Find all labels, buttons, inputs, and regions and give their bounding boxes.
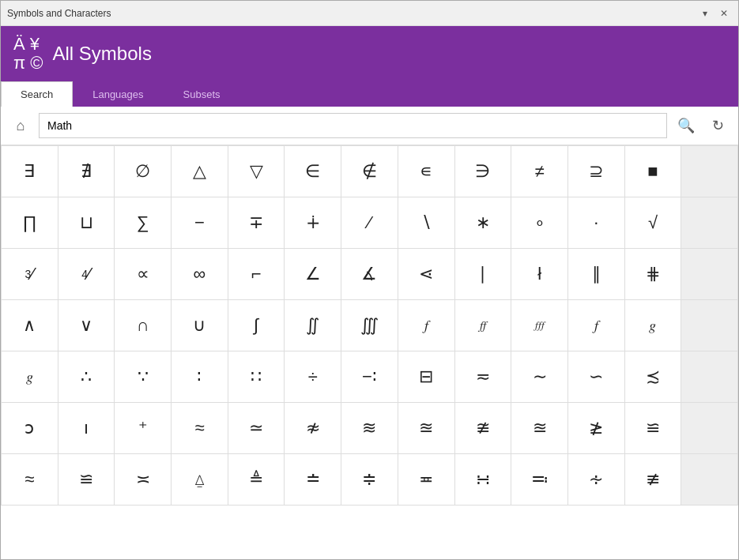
symbol-cell[interactable]: 𝑓𝑓𝑓	[511, 300, 568, 351]
symbol-cell[interactable]: ≊	[511, 403, 568, 454]
symbol-cell[interactable]: ≃	[228, 403, 285, 454]
symbol-cell[interactable]: ∈	[285, 146, 341, 197]
symbol-cell[interactable]: ↄ	[2, 403, 58, 454]
symbol-cell[interactable]: ÷	[285, 351, 341, 403]
symbol-cell[interactable]: ∝	[115, 249, 172, 300]
symbol-cell[interactable]: ⊟	[398, 351, 455, 403]
symbol-cell[interactable]: ∷	[228, 351, 285, 403]
symbol-cell[interactable]: ≱	[568, 403, 625, 454]
symbol-cell[interactable]: ∵	[115, 351, 172, 403]
symbol-cell[interactable]: ≈	[2, 454, 58, 506]
symbol-cell[interactable]: ⁺	[115, 403, 172, 454]
symbol-cell[interactable]: 4∕	[58, 249, 115, 300]
symbol-cell[interactable]: ∔	[285, 197, 341, 249]
symbol-cell[interactable]: ≈	[172, 403, 228, 454]
symbol-cell[interactable]: ▽	[228, 146, 285, 197]
symbol-cell[interactable]: ≇	[455, 403, 512, 454]
search-input[interactable]	[39, 113, 667, 138]
symbol-cell[interactable]: ≍	[115, 454, 172, 506]
symbol-cell[interactable]: √	[625, 197, 682, 249]
symbol-cell[interactable]: ∃	[2, 146, 58, 197]
close-button[interactable]: ✕	[716, 6, 732, 21]
symbol-cell[interactable]: ∡	[341, 249, 398, 300]
symbol-cell[interactable]: ı	[58, 403, 115, 454]
symbol-grid-container[interactable]: ∃ ∄ ∅ △ ▽ ∈ ∉ ∊ ∋ ≠ ⊇ ■ ∏ ⊔ ∑ − ∓ ∔ ∕ ∖ …	[1, 145, 738, 559]
refresh-button[interactable]: ↻	[705, 113, 730, 138]
chevron-button[interactable]: ▾	[697, 6, 713, 21]
symbol-cell[interactable]: ∴	[58, 351, 115, 403]
symbol-cell[interactable]: ∋	[455, 146, 512, 197]
symbol-cell[interactable]: ∠	[285, 249, 341, 300]
symbol-cell[interactable]: ≾	[625, 351, 682, 403]
symbol-cell[interactable]: ⊔	[58, 197, 115, 249]
symbol-cell[interactable]	[681, 403, 738, 454]
symbol-cell[interactable]	[681, 351, 738, 403]
symbol-cell[interactable]	[681, 454, 738, 506]
symbol-cell[interactable]: ≊	[398, 403, 455, 454]
symbol-cell[interactable]: ∕	[341, 197, 398, 249]
symbol-cell[interactable]: ≠	[511, 146, 568, 197]
symbol-cell[interactable]: ∓	[228, 197, 285, 249]
symbol-cell[interactable]: ∘	[511, 197, 568, 249]
symbol-cell[interactable]: ∧	[2, 300, 58, 351]
symbol-cell[interactable]: ≂	[455, 351, 512, 403]
symbol-cell[interactable]: ∊	[398, 146, 455, 197]
symbol-cell[interactable]: ≑	[341, 454, 398, 506]
symbol-cell[interactable]: ∅	[115, 146, 172, 197]
symbol-cell[interactable]: ⌐	[228, 249, 285, 300]
symbol-cell[interactable]: 3∕	[2, 249, 58, 300]
symbol-cell[interactable]: ∗	[455, 197, 512, 249]
symbol-cell[interactable]: ∙	[568, 197, 625, 249]
symbol-cell[interactable]: 𝑓	[568, 300, 625, 351]
symbol-cell[interactable]: ≌	[625, 403, 682, 454]
symbol-cell[interactable]: ∉	[341, 146, 398, 197]
symbol-cell[interactable]	[681, 249, 738, 300]
symbol-cell[interactable]: ∫	[228, 300, 285, 351]
symbol-cell[interactable]: ∑	[115, 197, 172, 249]
symbol-cell[interactable]: ∩	[115, 300, 172, 351]
symbol-cell[interactable]: ∭	[341, 300, 398, 351]
symbol-cell[interactable]: ∞	[172, 249, 228, 300]
symbol-cell[interactable]: ∻	[568, 454, 625, 506]
symbol-cell[interactable]: ∄	[58, 146, 115, 197]
symbol-cell[interactable]: ∺	[455, 454, 512, 506]
symbol-cell[interactable]: ∬	[285, 300, 341, 351]
symbol-cell[interactable]: 𝑓	[398, 300, 455, 351]
symbol-cell[interactable]: ∼	[511, 351, 568, 403]
symbol-cell[interactable]: ⋕	[625, 249, 682, 300]
tab-languages[interactable]: Languages	[73, 81, 163, 107]
symbol-cell[interactable]: △	[172, 146, 228, 197]
symbol-cell[interactable]: ≕	[511, 454, 568, 506]
symbol-cell[interactable]: 𝑔	[2, 351, 58, 403]
symbol-cell[interactable]: 𝑓𝑓	[455, 300, 512, 351]
tab-search[interactable]: Search	[1, 81, 73, 107]
symbol-cell[interactable]: 𝑔	[625, 300, 682, 351]
symbol-cell[interactable]: ≖	[398, 454, 455, 506]
symbol-cell[interactable]: ∣	[455, 249, 512, 300]
symbol-cell[interactable]: ∨	[58, 300, 115, 351]
symbol-cell[interactable]: −∶	[341, 351, 398, 403]
symbol-cell[interactable]: ł	[511, 249, 568, 300]
tab-subsets[interactable]: Subsets	[164, 81, 240, 107]
symbol-cell[interactable]: ∶	[172, 351, 228, 403]
symbol-cell[interactable]	[681, 197, 738, 249]
symbol-cell[interactable]: ∏	[2, 197, 58, 249]
symbol-cell[interactable]: ∪	[172, 300, 228, 351]
symbol-cell[interactable]: ■	[625, 146, 682, 197]
symbol-cell[interactable]	[681, 146, 738, 197]
symbol-cell[interactable]: ≐	[285, 454, 341, 506]
symbol-cell[interactable]: ≢	[625, 454, 682, 506]
symbol-cell[interactable]: ⋖	[398, 249, 455, 300]
symbol-cell[interactable]: ≌	[58, 454, 115, 506]
symbol-cell[interactable]: ∥	[568, 249, 625, 300]
symbol-cell[interactable]: ≋	[341, 403, 398, 454]
symbol-cell[interactable]: −	[172, 197, 228, 249]
symbol-cell[interactable]: ∽	[568, 351, 625, 403]
search-button[interactable]: 🔍	[673, 113, 699, 138]
symbol-cell[interactable]: ⊇	[568, 146, 625, 197]
symbol-cell[interactable]: ≉	[285, 403, 341, 454]
symbol-cell[interactable]: ≜	[228, 454, 285, 506]
symbol-cell[interactable]: ⍙	[172, 454, 228, 506]
symbol-cell[interactable]: ∖	[398, 197, 455, 249]
symbol-cell[interactable]	[681, 300, 738, 351]
